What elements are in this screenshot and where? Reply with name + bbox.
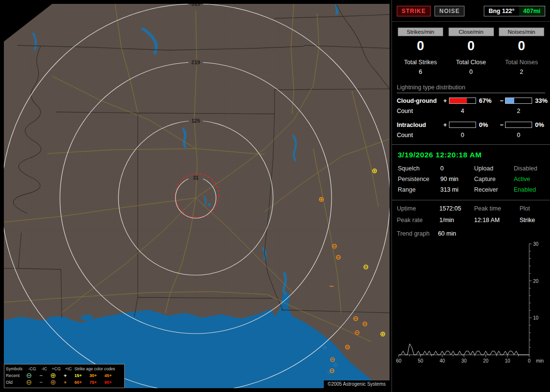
status-section: 3/19/2026 12:20:18 AM Squelch 0 Upload D… (392, 144, 550, 200)
status-grid: Squelch 0 Upload Disabled Persistence 90… (397, 165, 545, 197)
squelch-value: 0 (440, 165, 474, 172)
legend-symbols-header: Symbols (6, 366, 26, 372)
strike-age-code: 75+ (89, 379, 104, 386)
cloud-ground-count-row: Count 4 2 (397, 108, 545, 114)
cloud-ground-label: Cloud-ground (397, 98, 441, 104)
info-grid: Uptime 1572:05 Peak time Plot Peak rate … (397, 205, 545, 224)
legend-symbol-cell (62, 373, 74, 378)
map-canvas: 31321912531 (4, 4, 390, 388)
legend-symbol-cell (50, 373, 62, 378)
strikes-per-min-value: 0 (398, 39, 443, 54)
plus-sign: + (441, 122, 449, 128)
noises-per-min-value: 0 (499, 39, 544, 54)
legend-row: Recent15+30+45+ (6, 372, 123, 379)
legend-row-label: Old (6, 379, 26, 386)
circle-plus-icon (50, 373, 56, 378)
close-per-min-button[interactable]: Close/min (449, 28, 494, 36)
cg-negative-pct: 33% (532, 97, 550, 104)
ic-negative-count: 0 (505, 132, 532, 139)
legend-col-pos-cg: +CG (50, 366, 62, 372)
rate-stats: Strikes/min 0 Total Strikes 6 Close/min … (392, 22, 550, 82)
copyright: ©2005 Astrogenic Systems (324, 380, 390, 388)
lightning-distribution: Lightning type distribution Cloud-ground… (392, 82, 550, 144)
info-section: Uptime 1572:05 Peak time Plot Peak rate … (392, 200, 550, 237)
minus-sign: − (498, 98, 505, 104)
noises-per-min-button[interactable]: Noises/min (499, 28, 544, 36)
intracloud-row: Intracloud + 0% − 0% (397, 121, 545, 128)
receiver-value: Enabled (514, 186, 544, 193)
total-noises-label: Total Noises (499, 59, 544, 66)
legend-symbol-cell (26, 373, 38, 378)
mode-controls: STRIKE NOISE Bng 122° 407mi (392, 0, 550, 22)
range-ring-label: 31 (193, 175, 199, 181)
trend-chart-canvas: 1020300102030405060min (396, 240, 547, 366)
peak-rate-label: Peak rate (397, 217, 439, 224)
circle-plus-icon (50, 379, 56, 385)
legend-col-neg-cg: -CG (26, 366, 38, 372)
strike-button[interactable]: STRIKE (397, 6, 431, 16)
strikes-column: Strikes/min 0 Total Strikes 6 (398, 28, 443, 75)
cg-negative-count: 2 (505, 108, 532, 114)
persistence-value: 90 min (440, 176, 474, 182)
svg-text:40: 40 (439, 358, 445, 364)
svg-text:10: 10 (505, 358, 510, 364)
range-ring-label: 219 (191, 59, 200, 65)
bearing-display: Bng 122° 407mi (484, 6, 545, 16)
legend-symbol-cell (26, 379, 38, 385)
total-close-label: Total Close (449, 59, 494, 66)
range-ring-label: 125 (191, 118, 200, 124)
capture-value: Active (514, 176, 544, 182)
legend-symbol-cell (38, 379, 50, 385)
capture-label: Capture (474, 176, 514, 182)
cg-negative-bar (505, 98, 532, 104)
cloud-ground-row: Cloud-ground + 67% − 33% (397, 97, 545, 104)
cg-positive-count: 4 (449, 108, 476, 114)
plus-icon (62, 373, 68, 378)
svg-text:0: 0 (528, 358, 531, 364)
persistence-label: Persistence (398, 176, 440, 182)
squelch-label: Squelch (398, 165, 440, 172)
uptime-label: Uptime (397, 205, 439, 212)
circle-minus-icon (26, 379, 32, 385)
cg-count-label: Count (397, 108, 441, 114)
legend-row: Old60+75+90+ (6, 379, 123, 386)
upload-value: Disabled (514, 165, 544, 172)
total-noises-value: 2 (499, 69, 544, 75)
total-strikes-label: Total Strikes (398, 59, 443, 66)
lightning-map[interactable]: 31321912531 Symbols -CG -IC +CG +IC Stri… (4, 4, 390, 388)
plus-icon (62, 379, 68, 385)
legend-row-label: Recent (6, 373, 26, 379)
trend-graph-row: Trend graph 60 min (397, 230, 545, 237)
strike-age-code: 30+ (89, 373, 104, 379)
minus-icon (38, 379, 44, 385)
minus-sign: − (498, 122, 505, 128)
close-column: Close/min 0 Total Close 0 (449, 28, 494, 75)
trend-line (399, 344, 529, 355)
control-panel: STRIKE NOISE Bng 122° 407mi Strikes/min … (391, 0, 550, 392)
intracloud-count-row: Count 0 0 (397, 132, 545, 139)
ic-negative-bar (505, 122, 532, 128)
svg-text:20: 20 (483, 358, 489, 364)
noises-column: Noises/min 0 Total Noises 2 (499, 28, 544, 75)
plot-value: Strike (520, 217, 545, 224)
svg-text:30: 30 (461, 358, 467, 364)
receiver-label: Receiver (474, 186, 514, 193)
ic-count-label: Count (397, 132, 441, 139)
intracloud-label: Intracloud (397, 122, 441, 128)
total-close-value: 0 (449, 69, 494, 75)
legend-symbol-cell (50, 379, 62, 385)
map-legend: Symbols -CG -IC +CG +IC Strike age color… (4, 364, 125, 388)
strikes-per-min-button[interactable]: Strikes/min (398, 28, 443, 36)
trend-chart: 1020300102030405060min (392, 237, 550, 368)
trend-graph-label: Trend graph (397, 230, 430, 237)
range-value: 313 mi (440, 186, 474, 193)
circle-minus-icon (26, 373, 32, 378)
minus-icon (38, 373, 44, 378)
svg-text:60: 60 (396, 358, 402, 364)
legend-col-pos-ic: +IC (62, 366, 74, 372)
noise-button[interactable]: NOISE (434, 6, 464, 16)
bearing-distance: 407mi (519, 6, 545, 16)
cg-positive-bar (449, 98, 476, 104)
plus-sign: + (441, 98, 449, 104)
datetime-display: 3/19/2026 12:20:18 AM (397, 149, 545, 165)
